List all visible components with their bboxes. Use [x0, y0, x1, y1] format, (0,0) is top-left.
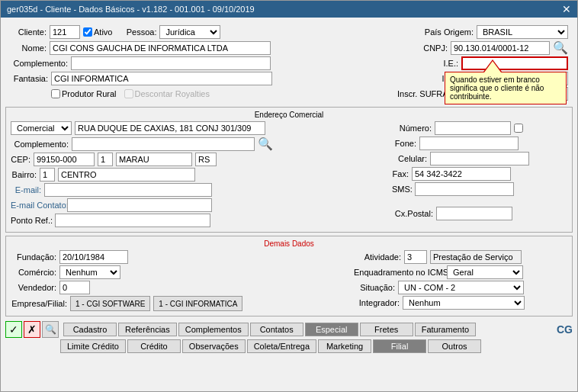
- demais-content: Fundação: 20/10/1984 Comércio: Nenhum Ve…: [11, 250, 567, 313]
- situacao-label: Situação:: [354, 283, 395, 292]
- bairro-num-input[interactable]: 1: [40, 168, 55, 182]
- tab-limite-credito[interactable]: Limite Crédito: [60, 339, 126, 353]
- tab-observacoes[interactable]: Observações: [182, 339, 246, 353]
- situacao-select[interactable]: UN - COM - 2: [398, 281, 524, 294]
- vendedor-row: Vendedor: 0: [11, 281, 348, 294]
- enquadramento-select[interactable]: Geral: [447, 265, 523, 279]
- tab-faturamento[interactable]: Faturamento: [415, 323, 476, 336]
- cnpj-input[interactable]: 90.130.014/0001-12: [451, 41, 550, 55]
- address-search-icon[interactable]: 🔍: [258, 137, 273, 151]
- tab-referencias[interactable]: Referências: [118, 323, 177, 336]
- tab-credito[interactable]: Crédito: [127, 339, 181, 353]
- pais-label: País Origem:: [420, 27, 474, 37]
- email-row: E-mail:: [11, 183, 386, 197]
- ativo-checkbox[interactable]: [83, 27, 92, 37]
- fax-row: Fax: 54 342-3422: [392, 167, 567, 181]
- nome-label: Nome:: [10, 43, 47, 53]
- cancel-button[interactable]: ✗: [24, 321, 40, 338]
- atividade-desc-input[interactable]: Prestação de Serviço: [430, 250, 522, 264]
- descontar-checkbox[interactable]: [124, 89, 133, 98]
- fundacao-input[interactable]: 20/10/1984: [59, 250, 128, 264]
- cliente-label: Cliente:: [10, 27, 47, 37]
- cep-input[interactable]: 99150-000: [34, 153, 95, 166]
- cep-label: CEP:: [11, 155, 31, 164]
- descontar-label: Descontar Royalties: [124, 89, 210, 98]
- fundacao-row: Fundação: 20/10/1984: [11, 250, 348, 264]
- address-complemento-row: Complemento: 🔍: [11, 137, 386, 151]
- email-contato-row: E-mail Contato:: [11, 198, 386, 212]
- pessoa-select[interactable]: Jurídica: [159, 25, 220, 39]
- address-type-select[interactable]: Comercial: [11, 121, 72, 135]
- comercio-select[interactable]: Nenhum: [59, 265, 120, 279]
- bairro-input[interactable]: CENTRO: [58, 168, 195, 182]
- close-button[interactable]: ✕: [562, 3, 571, 15]
- enquadramento-row: Enquadramento no ICMS: Geral: [354, 265, 567, 279]
- enquadramento-label: Enquadramento no ICMS:: [354, 268, 444, 277]
- empresa-btn1[interactable]: 1 - CGI SOFTWARE: [70, 296, 150, 311]
- email-contato-input[interactable]: [67, 198, 212, 212]
- sms-input[interactable]: [415, 182, 514, 196]
- cnpj-search-icon[interactable]: 🔍: [553, 40, 568, 55]
- tab-cadastro[interactable]: Cadastro: [63, 323, 117, 336]
- vendedor-label: Vendedor:: [11, 283, 56, 292]
- fantasia-label: Fantasia:: [10, 74, 48, 83]
- produtor-label: Produtor Rural: [51, 89, 117, 98]
- produtor-checkbox[interactable]: [51, 89, 60, 98]
- complemento-label: Complemento:: [10, 59, 68, 68]
- empresa-btn2[interactable]: 1 - CGI INFORMATICA: [153, 296, 242, 311]
- tab-fretes[interactable]: Fretes: [360, 323, 413, 336]
- atividade-label: Atividade:: [354, 252, 401, 262]
- empresa-row: Empresa/Filial: 1 - CGI SOFTWARE 1 - CGI…: [11, 296, 348, 311]
- cliente-input[interactable]: 121: [50, 25, 80, 39]
- tooltip-arrow-inner: [484, 61, 501, 72]
- address-complemento-input[interactable]: [72, 137, 255, 151]
- cx-postal-label: Cx.Postal:: [392, 209, 433, 218]
- cep-num-input[interactable]: 1: [98, 153, 113, 166]
- address-complemento-label: Complemento:: [11, 140, 69, 149]
- celular-input[interactable]: [430, 152, 529, 165]
- tab-especial[interactable]: Especial: [305, 323, 358, 336]
- tab-complementos[interactable]: Complementos: [178, 323, 249, 336]
- demais-left: Fundação: 20/10/1984 Comércio: Nenhum Ve…: [11, 250, 348, 313]
- tab-marketing[interactable]: Marketing: [318, 339, 371, 353]
- ie-label: I.E.:: [440, 59, 458, 68]
- tab-coleta-entrega[interactable]: Coleta/Entrega: [247, 339, 316, 353]
- fantasia-input[interactable]: CGI INFORMATICA: [51, 72, 272, 85]
- confirm-button[interactable]: ✓: [5, 321, 22, 338]
- fone-input[interactable]: [419, 137, 519, 150]
- ponto-ref-label: Ponto Ref.:: [11, 216, 52, 225]
- address-left: Comercial RUA DUQUE DE CAXIAS, 181 CONJ …: [11, 121, 386, 229]
- atividade-input[interactable]: 3: [404, 250, 427, 264]
- city-input[interactable]: MARAU: [116, 153, 192, 166]
- tab-row-2: Limite Crédito Crédito Observações Colet…: [60, 339, 573, 353]
- address-right: Número: Fone: Celular:: [392, 121, 567, 229]
- top-section: Cliente: 121 Ativo Pessoa: Jurídica País…: [5, 22, 573, 104]
- tab-filial[interactable]: Filial: [373, 339, 426, 353]
- street-input[interactable]: RUA DUQUE DE CAXIAS, 181 CONJ 301/309: [75, 121, 265, 135]
- address-content: Comercial RUA DUQUE DE CAXIAS, 181 CONJ …: [11, 121, 567, 229]
- tab-outros[interactable]: Outros: [428, 339, 481, 353]
- numero-checkbox[interactable]: [514, 124, 523, 133]
- pessoa-label: Pessoa:: [121, 27, 156, 37]
- empresa-label: Empresa/Filial:: [11, 299, 67, 308]
- numero-row: Número:: [392, 121, 567, 135]
- complemento-input[interactable]: [71, 56, 271, 70]
- cx-postal-input[interactable]: [436, 207, 512, 220]
- tab-contatos[interactable]: Contatos: [250, 323, 303, 336]
- integrador-select[interactable]: Nenhum: [403, 296, 525, 310]
- ie-input[interactable]: [461, 56, 568, 70]
- search-button[interactable]: 🔍: [42, 321, 59, 338]
- nome-input[interactable]: CGI CONS GAUCHA DE INFORMATICA LTDA: [50, 41, 271, 55]
- demais-right: Atividade: 3 Prestação de Serviço Enquad…: [354, 250, 567, 313]
- pais-select[interactable]: BRASIL: [477, 25, 568, 39]
- main-window: ger035d - Cliente - Dados Básicos - v1.1…: [0, 0, 578, 392]
- numero-label: Número:: [392, 124, 432, 133]
- state-input[interactable]: RS: [195, 153, 217, 166]
- vendedor-input[interactable]: 0: [59, 281, 90, 294]
- email-input[interactable]: [44, 183, 212, 197]
- numero-input[interactable]: [435, 121, 511, 135]
- fax-input[interactable]: 54 342-3422: [412, 167, 511, 181]
- bairro-row: Bairro: 1 CENTRO: [11, 168, 386, 182]
- ponto-ref-input[interactable]: [55, 214, 210, 227]
- fax-label: Fax:: [392, 169, 409, 178]
